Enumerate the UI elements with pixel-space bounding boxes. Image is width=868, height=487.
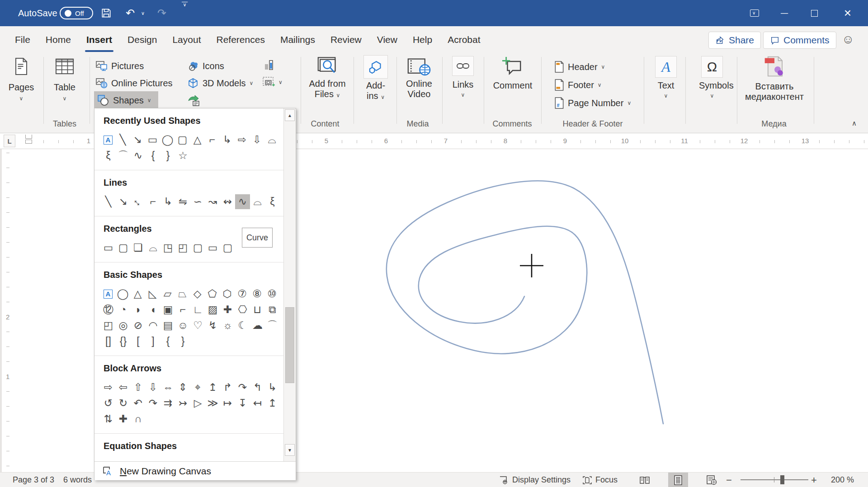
- smartart-button[interactable]: [187, 92, 200, 108]
- indent-marker-top[interactable]: [25, 135, 32, 139]
- scroll-up-icon[interactable]: ▲: [285, 109, 295, 121]
- down-arrow-shape[interactable]: ⇩: [250, 132, 264, 147]
- undo-icon[interactable]: ↶: [126, 0, 135, 26]
- smiley-face-shape[interactable]: ☺: [175, 318, 190, 333]
- round-diagonal-corners-shape[interactable]: ▢: [220, 240, 235, 255]
- teardrop-shape[interactable]: ◗: [131, 302, 146, 317]
- bent-up-arrow-shape[interactable]: ↥: [205, 380, 220, 395]
- ribbon-display-options-icon[interactable]: [741, 0, 768, 26]
- share-button[interactable]: Share: [708, 32, 761, 49]
- donut-shape[interactable]: ◎: [116, 318, 131, 333]
- ribbon-tab[interactable]: References: [209, 26, 273, 53]
- zoom-slider-track[interactable]: [741, 479, 808, 480]
- page-number-button[interactable]: # Page Number ∨: [554, 95, 631, 111]
- line-shape[interactable]: ╲: [101, 194, 116, 209]
- half-frame-shape[interactable]: ⌐: [175, 302, 190, 317]
- display-settings-button[interactable]: Display Settings: [499, 473, 571, 487]
- pentagon-shape[interactable]: ⬠: [205, 286, 220, 301]
- block-arc-shape[interactable]: ◠: [146, 318, 160, 333]
- elbow-arrow-connector-shape[interactable]: ↳: [160, 194, 175, 209]
- scribble-shape[interactable]: ξ: [101, 148, 116, 163]
- rectangle-shape[interactable]: ▭: [145, 132, 160, 147]
- up-down-arrow-shape[interactable]: ⇕: [175, 380, 190, 395]
- curved-connector-shape[interactable]: ∽: [190, 194, 205, 209]
- up-arrow-shape[interactable]: ⇧: [131, 380, 146, 395]
- heptagon-shape[interactable]: ⑦: [235, 286, 250, 301]
- snip-same-side-corners-shape[interactable]: ⌓: [146, 240, 160, 255]
- snip-diagonal-corners-shape[interactable]: ◳: [160, 240, 175, 255]
- up-callout-arrow-shape[interactable]: ↥: [265, 396, 280, 411]
- sun-shape[interactable]: ☼: [220, 318, 235, 333]
- round-single-corner-shape[interactable]: ▢: [190, 240, 205, 255]
- striped-right-arrow-shape[interactable]: ⇉: [160, 396, 175, 411]
- left-brace-shape[interactable]: {: [146, 148, 160, 163]
- chart-button[interactable]: [263, 57, 276, 73]
- freeform-shape[interactable]: ⌓: [250, 194, 265, 209]
- curve-shape[interactable]: ∿: [235, 194, 250, 209]
- folded-corner-shape[interactable]: ▤: [160, 318, 175, 333]
- pie-shape[interactable]: ◔: [116, 302, 131, 317]
- elbow-arrow-connector-shape[interactable]: ↳: [220, 132, 235, 147]
- right-triangle-shape[interactable]: ◺: [145, 286, 160, 301]
- close-icon[interactable]: ×: [835, 0, 861, 26]
- curved-double-arrow-connector-shape[interactable]: ↭: [220, 194, 235, 209]
- curved-left-arrow-shape[interactable]: ↺: [101, 396, 116, 411]
- oval-shape[interactable]: ◯: [160, 132, 175, 147]
- autosave-toggle[interactable]: Off: [60, 0, 93, 26]
- elbow-double-arrow-connector-shape[interactable]: ⇋: [175, 194, 190, 209]
- lightning-bolt-shape[interactable]: ↯: [205, 318, 220, 333]
- left-bracket-shape[interactable]: [: [131, 334, 146, 349]
- ribbon-tab[interactable]: View: [369, 26, 405, 53]
- line-double-arrow-shape[interactable]: ↔: [131, 194, 146, 209]
- word-count[interactable]: 6 words: [63, 473, 92, 487]
- arc-shape[interactable]: ⌒: [116, 148, 131, 163]
- ribbon-tab[interactable]: Insert: [79, 26, 120, 53]
- new-drawing-canvas-item[interactable]: A New Drawing Canvas: [94, 461, 296, 480]
- menu-scrollbar[interactable]: ▲ ▼: [283, 108, 296, 461]
- u-turn-arrow-shape[interactable]: ↷: [235, 380, 250, 395]
- right-arrow-shape[interactable]: ⇨: [235, 132, 250, 147]
- moon-shape[interactable]: ☾: [235, 318, 250, 333]
- bent-up-corner-arrow-shape[interactable]: ↳: [265, 380, 280, 395]
- down-callout-arrow-shape[interactable]: ↧: [235, 396, 250, 411]
- zoom-slider-thumb[interactable]: [780, 475, 784, 484]
- save-icon[interactable]: [100, 0, 112, 26]
- bent-arrow-shape[interactable]: ↱: [220, 380, 235, 395]
- shapes-button[interactable]: Shapes ∨: [94, 91, 158, 109]
- arc-shape[interactable]: ⌒: [265, 318, 280, 333]
- curve-shape[interactable]: ∿: [131, 148, 146, 163]
- quad-arrow-shape[interactable]: ⌖: [190, 380, 205, 395]
- left-right-arrow-shape[interactable]: ⇔: [160, 380, 175, 395]
- right-bracket-shape[interactable]: ]: [146, 334, 160, 349]
- dodecagon-shape[interactable]: ⑫: [101, 302, 116, 317]
- notched-right-arrow-shape[interactable]: ↣: [175, 396, 190, 411]
- can-shape[interactable]: ⊔: [250, 302, 265, 317]
- rectangle-shape[interactable]: ▭: [101, 240, 116, 255]
- parallelogram-shape[interactable]: ▱: [160, 286, 175, 301]
- ribbon-tab[interactable]: Layout: [165, 26, 208, 53]
- ribbon-tab[interactable]: Review: [323, 26, 369, 53]
- l-shape-shape[interactable]: ∟: [190, 302, 205, 317]
- collapse-ribbon-icon[interactable]: ∧: [852, 119, 857, 127]
- page-indicator[interactable]: Page 3 of 3: [13, 473, 54, 487]
- footer-button[interactable]: Footer ∨: [554, 77, 602, 93]
- left-brace-shape[interactable]: {: [160, 334, 175, 349]
- tab-selector[interactable]: L: [4, 135, 15, 147]
- online-pictures-button[interactable]: Online Pictures: [96, 75, 173, 91]
- decagon-shape[interactable]: ⑩: [264, 286, 279, 301]
- line-arrow-shape[interactable]: ↘: [130, 132, 145, 147]
- feedback-smiley-icon[interactable]: ☺: [842, 33, 854, 47]
- print-layout-button[interactable]: [668, 473, 688, 487]
- round-same-side-corners-shape[interactable]: ▭: [205, 240, 220, 255]
- indent-marker-bottom[interactable]: [25, 140, 32, 144]
- header-button[interactable]: Header ∨: [554, 59, 605, 75]
- icons-button[interactable]: Icons: [187, 58, 224, 74]
- links-button[interactable]: Links ∨: [450, 56, 476, 98]
- trapezoid-shape[interactable]: ⏢: [175, 286, 190, 301]
- frame-shape[interactable]: ▣: [160, 302, 175, 317]
- left-up-arrow-shape[interactable]: ↰: [250, 380, 265, 395]
- down-arrow-shape[interactable]: ⇩: [146, 380, 160, 395]
- bevel-shape[interactable]: ◰: [101, 318, 116, 333]
- cube-shape[interactable]: ⧉: [265, 302, 280, 317]
- hexagon-shape[interactable]: ⬡: [220, 286, 235, 301]
